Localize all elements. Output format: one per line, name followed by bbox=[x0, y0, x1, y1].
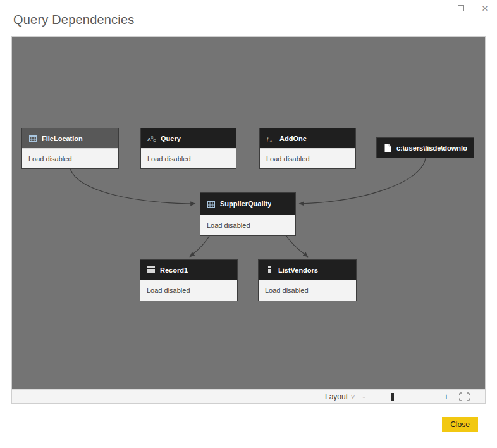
edge-supplierquality-listvendors bbox=[286, 236, 308, 257]
node-label: ListVendors bbox=[278, 266, 318, 274]
zoom-slider-track bbox=[373, 397, 436, 397]
table-icon bbox=[207, 201, 216, 208]
node-header: SupplierQuality bbox=[200, 193, 295, 215]
list-icon bbox=[265, 266, 274, 274]
zoom-slider-tick bbox=[403, 395, 403, 399]
document-icon bbox=[383, 144, 392, 152]
canvas-container: FileLocation Load disabled ABC Query Loa… bbox=[11, 36, 486, 404]
edge-filelocation-supplierquality bbox=[70, 169, 195, 204]
query-node-filelocation[interactable]: FileLocation Load disabled bbox=[22, 128, 118, 168]
abc-icon: ABC bbox=[147, 135, 156, 142]
node-label: FileLocation bbox=[42, 135, 83, 142]
maximize-button[interactable] bbox=[454, 3, 468, 14]
node-header: c:\users\lisde\downloads... bbox=[377, 138, 474, 158]
node-status: Load disabled bbox=[140, 280, 237, 301]
zoom-out-button[interactable]: - bbox=[361, 392, 367, 401]
query-node-query[interactable]: ABC Query Load disabled bbox=[141, 128, 236, 168]
node-header: Record1 bbox=[140, 260, 237, 280]
node-label: AddOne bbox=[279, 135, 307, 142]
node-status: Load disabled bbox=[141, 148, 236, 168]
node-label: c:\users\lisde\downloads... bbox=[396, 144, 467, 152]
node-label: Record1 bbox=[160, 266, 188, 274]
query-node-addone[interactable]: fx AddOne Load disabled bbox=[260, 128, 355, 168]
table-icon bbox=[28, 135, 37, 142]
node-header: FileLocation bbox=[22, 128, 118, 148]
node-status: Load disabled bbox=[200, 215, 295, 235]
fit-to-screen-button[interactable] bbox=[459, 392, 470, 401]
svg-text:f: f bbox=[267, 135, 269, 142]
node-label: SupplierQuality bbox=[220, 200, 271, 208]
window-controls: ✕ bbox=[454, 3, 492, 14]
maximize-icon bbox=[458, 5, 464, 11]
dependencies-canvas[interactable]: FileLocation Load disabled ABC Query Loa… bbox=[12, 37, 485, 390]
close-window-button[interactable]: ✕ bbox=[478, 3, 492, 14]
svg-text:C: C bbox=[153, 139, 156, 142]
query-node-record1[interactable]: Record1 Load disabled bbox=[140, 260, 237, 301]
edge-supplierquality-record1 bbox=[190, 236, 209, 257]
record-icon bbox=[147, 266, 156, 273]
query-node-supplierquality[interactable]: SupplierQuality Load disabled bbox=[200, 193, 295, 235]
page-title: Query Dependencies bbox=[13, 13, 135, 27]
query-dependencies-dialog: ✕ Query Dependencies bbox=[0, 0, 497, 448]
node-header: ABC Query bbox=[141, 128, 236, 148]
fit-to-screen-icon bbox=[459, 392, 470, 401]
close-icon: ✕ bbox=[482, 4, 489, 13]
node-status: Load disabled bbox=[22, 148, 118, 168]
node-label: Query bbox=[161, 135, 181, 142]
svg-text:x: x bbox=[269, 138, 273, 142]
query-node-listvendors[interactable]: ListVendors Load disabled bbox=[259, 260, 356, 301]
node-status: Load disabled bbox=[259, 280, 356, 301]
zoom-in-button[interactable]: + bbox=[443, 392, 450, 401]
close-button[interactable]: Close bbox=[442, 417, 478, 432]
layout-dropdown[interactable]: Layout ▽ bbox=[325, 392, 355, 401]
zoom-slider[interactable] bbox=[373, 392, 436, 401]
node-status: Load disabled bbox=[260, 148, 355, 168]
query-node-source-file[interactable]: c:\users\lisde\downloads... bbox=[377, 138, 474, 158]
chevron-down-icon: ▽ bbox=[351, 394, 355, 399]
node-header: ListVendors bbox=[259, 260, 356, 280]
fx-icon: fx bbox=[266, 135, 275, 142]
canvas-toolbar: Layout ▽ - + bbox=[12, 389, 485, 403]
node-header: fx AddOne bbox=[260, 128, 355, 148]
layout-label: Layout bbox=[325, 392, 348, 401]
zoom-slider-thumb[interactable] bbox=[391, 393, 394, 401]
